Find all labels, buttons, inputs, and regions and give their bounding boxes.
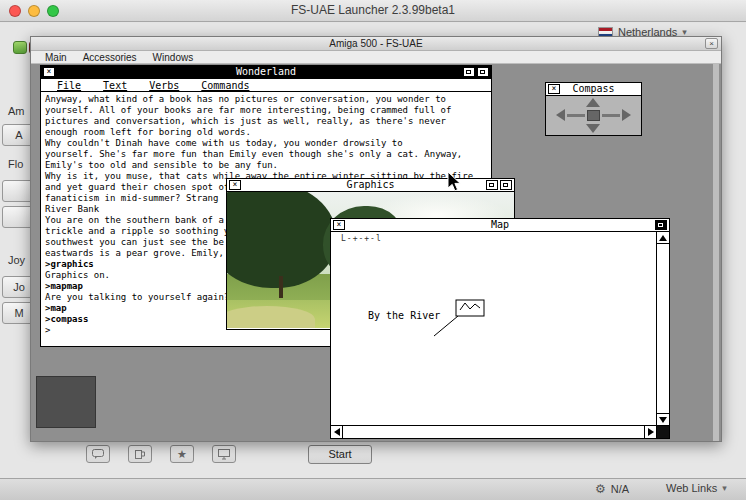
drink-icon (134, 449, 146, 460)
emulator-window: Amiga 500 - FS-UAE × Main Accessories Wi… (30, 36, 722, 442)
menu-accessories[interactable]: Accessories (83, 52, 137, 63)
launcher-window-title: FS-UAE Launcher 2.3.99beta1 (0, 3, 746, 17)
wonderland-text-line: enough room left for boring old words. (45, 127, 487, 138)
map-canvas: L-+-+-l By the River (331, 232, 669, 438)
depth-gadget-icon[interactable] (655, 220, 667, 230)
wonderland-text-line: Why couldn't Dinah have come with us tod… (45, 138, 487, 149)
horizontal-scrollbar[interactable] (331, 425, 656, 438)
menu-main[interactable]: Main (45, 52, 67, 63)
up-arrow-icon (659, 235, 667, 241)
path (227, 306, 315, 328)
scroll-right-button[interactable] (644, 426, 656, 438)
emulator-menubar: Main Accessories Windows (31, 51, 721, 64)
screen-button[interactable] (212, 445, 236, 463)
close-gadget-icon[interactable]: × (333, 220, 345, 230)
compass-bar (567, 114, 585, 117)
web-links-label: Web Links (666, 482, 717, 494)
emulator-title: Amiga 500 - FS-UAE (31, 37, 721, 51)
wonderland-text-line: Emily's too old and sensible to be any f… (45, 160, 487, 171)
front-gadget-icon[interactable] (500, 180, 512, 190)
close-gadget-icon[interactable]: × (548, 84, 560, 94)
gear-icon: ⚙ (595, 482, 606, 496)
emulator-close-button[interactable]: × (705, 38, 718, 49)
menu-windows[interactable]: Windows (153, 52, 194, 63)
north-arrow-icon[interactable] (586, 98, 600, 107)
drink-button[interactable] (128, 445, 152, 463)
joystick-label: Joy (8, 254, 25, 266)
web-links-menu[interactable]: Web Links ▾ (666, 482, 727, 494)
graphics-titlebar[interactable]: Graphics × (227, 179, 514, 192)
floppy-label: Flo (8, 158, 23, 170)
right-arrow-icon (648, 428, 654, 436)
chevron-down-icon: ▾ (722, 483, 727, 493)
screen: FS-UAE Launcher 2.3.99beta1 Netherlands … (0, 0, 746, 500)
wonderland-text-line: Anyway, what kind of a book has no pictu… (45, 94, 487, 105)
scroll-left-button[interactable] (331, 426, 343, 438)
launcher-toolbar-icon[interactable] (13, 41, 27, 54)
menu-verbs[interactable]: Verbs (149, 80, 179, 91)
wonderland-text-line: yourself. All of your books are far more… (45, 105, 487, 116)
room-icon[interactable] (426, 294, 516, 342)
depth-gadget-icon[interactable] (486, 180, 498, 190)
macos-titlebar[interactable]: FS-UAE Launcher 2.3.99beta1 (0, 0, 746, 22)
east-arrow-icon[interactable] (622, 109, 631, 121)
comment-button[interactable] (86, 445, 110, 463)
comment-icon (92, 449, 104, 460)
device-status-text: N/A (611, 483, 629, 495)
map-window: Map × L-+-+-l By the River (330, 218, 670, 439)
close-gadget-icon[interactable]: × (43, 67, 55, 77)
screen-edge-strip (713, 64, 719, 441)
scroll-down-button[interactable] (657, 413, 669, 425)
wonderland-text-line: yourself. She's far more fun than Emily … (45, 149, 487, 160)
emulator-titlebar[interactable]: Amiga 500 - FS-UAE × (31, 37, 721, 51)
compass-center-button[interactable] (587, 110, 600, 121)
map-title: Map (491, 219, 509, 230)
compass-rose (546, 96, 641, 135)
vertical-scrollbar[interactable] (656, 232, 669, 425)
menu-commands[interactable]: Commands (201, 80, 249, 91)
west-arrow-icon[interactable] (556, 109, 565, 121)
south-arrow-icon[interactable] (586, 124, 600, 133)
compass-titlebar[interactable]: Compass × (546, 83, 641, 96)
monitor-icon (218, 449, 230, 460)
amiga-model-label: Am (8, 105, 25, 117)
compass-title: Compass (572, 83, 614, 94)
resize-gadget[interactable] (656, 425, 669, 438)
wonderland-text-line: pictures and conversation, which is just… (45, 116, 487, 127)
depth-gadget-icon[interactable] (463, 67, 475, 77)
compass-window: Compass × (545, 82, 642, 136)
mini-map-text: L-+-+-l (341, 234, 382, 243)
scroll-up-button[interactable] (657, 232, 669, 244)
map-titlebar[interactable]: Map × (331, 219, 669, 232)
rating-button[interactable]: ★ (170, 445, 194, 463)
close-gadget-icon[interactable]: × (229, 180, 241, 190)
device-status: ⚙ N/A (595, 482, 629, 496)
menu-text[interactable]: Text (103, 80, 127, 91)
wonderland-menubar: File Text Verbs Commands (41, 79, 491, 92)
background-panel (36, 376, 96, 428)
wonderland-titlebar[interactable]: Wonderland × (41, 66, 491, 79)
compass-bar (602, 114, 620, 117)
wonderland-title: Wonderland (236, 66, 296, 77)
down-arrow-icon (659, 417, 667, 423)
tree-trunk (279, 276, 283, 298)
workbench-screen: Wonderland × File Text Verbs Commands An… (31, 64, 721, 441)
launcher-statusbar: ⚙ N/A Web Links ▾ (0, 478, 746, 500)
front-gadget-icon[interactable] (477, 67, 489, 77)
star-icon: ★ (177, 448, 187, 461)
menu-file[interactable]: File (57, 80, 81, 91)
start-button[interactable]: Start (308, 445, 372, 464)
left-arrow-icon (334, 428, 340, 436)
graphics-title: Graphics (346, 179, 394, 190)
